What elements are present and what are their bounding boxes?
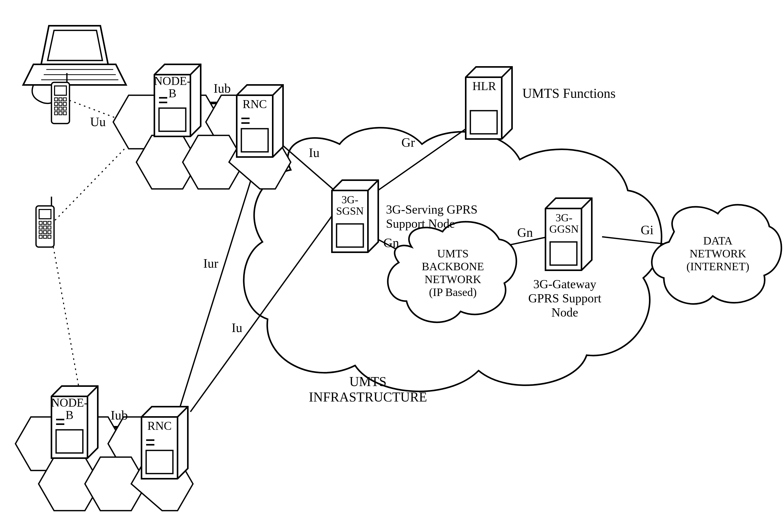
- svg-rect-32: [39, 221, 42, 224]
- svg-rect-20: [55, 103, 58, 106]
- svg-rect-52: [241, 129, 268, 152]
- link-iu-2: [190, 198, 345, 412]
- link-gi: [602, 237, 669, 245]
- svg-rect-31: [39, 209, 51, 219]
- svg-rect-37: [48, 226, 51, 229]
- edge-iub2-label: Iub: [111, 408, 128, 422]
- internet-l1: DATA: [703, 234, 732, 247]
- svg-rect-73: [550, 242, 577, 265]
- backbone-l2: BACKBONE: [422, 260, 484, 273]
- infra-l2: INFRASTRUCTURE: [309, 390, 427, 404]
- svg-rect-67: [337, 224, 363, 247]
- svg-rect-42: [44, 235, 47, 238]
- ggsn-desc-l2: GPRS Support: [528, 291, 601, 305]
- laptop-icon: [23, 26, 126, 85]
- link-iur: [180, 160, 257, 407]
- svg-rect-35: [39, 226, 42, 229]
- svg-rect-47: [159, 108, 186, 131]
- edge-gi-label: Gi: [641, 223, 653, 237]
- sgsn-desc-l2: Support Node: [386, 217, 455, 230]
- svg-rect-41: [39, 235, 42, 238]
- svg-rect-26: [55, 112, 58, 115]
- link-uu-3: [52, 237, 82, 407]
- svg-rect-24: [59, 107, 62, 110]
- edge-uu-label: Uu: [90, 115, 106, 129]
- edge-iu1-label: Iu: [309, 145, 319, 160]
- svg-rect-62: [146, 450, 173, 474]
- svg-rect-28: [63, 112, 66, 115]
- ggsn-desc-l1: 3G-Gateway: [533, 277, 596, 291]
- svg-rect-39: [44, 231, 47, 234]
- svg-rect-27: [59, 112, 62, 115]
- edge-gn1-label: Gn: [383, 235, 399, 250]
- svg-rect-18: [59, 98, 62, 101]
- hlr-label: HLR: [472, 80, 496, 93]
- backbone-l1: UMTS: [437, 247, 469, 260]
- link-gr: [370, 123, 473, 196]
- svg-rect-40: [48, 231, 51, 234]
- phone-icon-2: [36, 197, 54, 247]
- svg-rect-36: [44, 226, 47, 229]
- rnc-2-icon: [141, 407, 188, 479]
- svg-rect-16: [55, 86, 66, 95]
- infra-l1: UMTS: [349, 374, 387, 389]
- rnc-1-icon: [237, 85, 283, 157]
- backbone-l3: NETWORK: [424, 273, 481, 286]
- svg-rect-34: [48, 221, 51, 224]
- edge-gn2-label: Gn: [517, 225, 533, 240]
- svg-rect-70: [470, 111, 497, 134]
- svg-rect-57: [56, 430, 83, 453]
- hlr-icon: [466, 67, 512, 139]
- svg-rect-43: [48, 235, 51, 238]
- edge-iur-label: Iur: [203, 256, 219, 271]
- internet-l3: (INTERNET): [687, 260, 749, 273]
- internet-l2: NETWORK: [690, 247, 746, 260]
- edge-gr-label: Gr: [401, 135, 415, 149]
- edge-iub1-label: Iub: [214, 81, 231, 95]
- svg-rect-17: [55, 98, 58, 101]
- rnc-2-label: RNC: [147, 419, 172, 432]
- svg-rect-33: [44, 221, 47, 224]
- svg-rect-21: [59, 103, 62, 106]
- svg-rect-19: [63, 98, 66, 101]
- rnc-1-label: RNC: [243, 97, 267, 111]
- backbone-l4: (IP Based): [429, 286, 477, 299]
- svg-rect-22: [63, 103, 66, 106]
- umts-functions-label: UMTS Functions: [522, 86, 616, 101]
- svg-rect-38: [39, 231, 42, 234]
- umts-architecture-diagram: NODE-B RNC NODE-B RNC 3G-SGSN: [0, 0, 784, 532]
- sgsn-desc-l1: 3G-Serving GPRS: [386, 202, 478, 216]
- svg-rect-23: [55, 107, 58, 110]
- ggsn-desc-l3: Node: [552, 306, 578, 319]
- svg-rect-25: [63, 107, 66, 110]
- edge-iu2-label: Iu: [231, 320, 242, 335]
